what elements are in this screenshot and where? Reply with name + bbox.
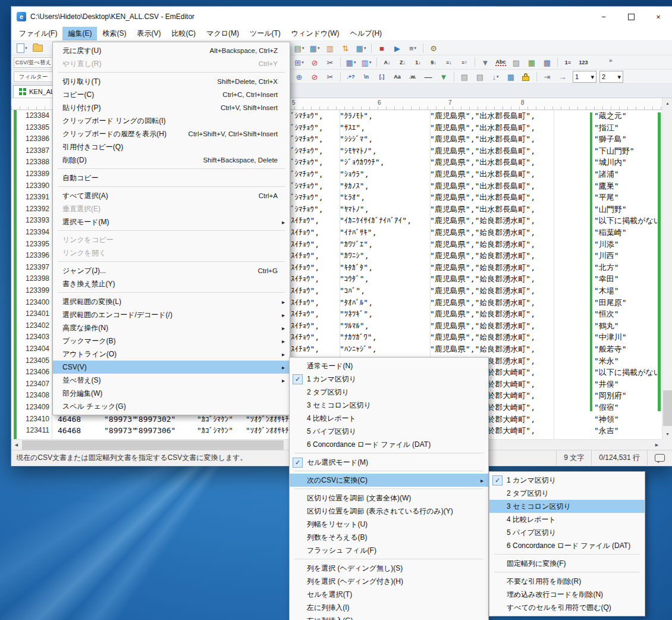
menubar-item-macros[interactable]: マクロ(M) [201,27,244,40]
menu-item-bookmarks[interactable]: ブックマーク(B)▸ [53,334,290,347]
menubar-item-search[interactable]: 検索(S) [97,27,131,40]
filter-off-button[interactable]: ⊘ [307,71,322,83]
filter-link-button[interactable]: → [555,71,570,83]
sync-scroll-button[interactable]: ⇅ [338,42,353,54]
menu-item-to-tab[interactable]: 2 タブ区切り [489,487,645,500]
compare-docs-button[interactable]: ▥ [323,42,337,54]
menu-item-cell-selection-mode[interactable]: ✓セル選択モード(M) [290,456,488,469]
menubar-item-view[interactable]: 表示(V) [131,27,166,40]
menu-item-adjust-separator-whole[interactable]: 区切り位置を調節 (文書全体)(W) [290,491,488,505]
sort-descending-button[interactable]: ≡↑ [457,57,472,68]
regex-lazy-button[interactable]: .+? [344,71,358,83]
column-number-display-button[interactable]: 123 [576,57,591,68]
delimiter-settings-button[interactable]: ✂ [323,57,337,68]
lock-button[interactable] [519,71,533,83]
menu-item-to-semicolon[interactable]: 3 セミコロン区切り [489,500,645,513]
sort-ascending-button[interactable]: ≡↓ [442,57,456,68]
freeze-panes-button[interactable]: ▦▾ [344,57,358,68]
menu-item-encode-decode[interactable]: 選択範囲のエンコード/デコード(/)▸ [53,308,290,321]
menu-item-jump[interactable]: ジャンプ(J)...Ctrl+G [53,264,290,277]
regex-bracket-button[interactable]: [.] [375,71,389,83]
table-green-button[interactable]: ▦ [525,57,539,68]
menu-item-concordance-load-file[interactable]: 6 Concordance ロード ファイル (DAT) [290,438,488,451]
menu-item-reset-column-width[interactable]: 列幅をリセット(U) [290,518,488,531]
match-case-button[interactable]: Aa [390,71,404,83]
show-whitespace-button[interactable]: ▨ [509,57,523,68]
toolbar-overflow-chevron-icon[interactable]: » [609,57,613,64]
go-down-button[interactable]: ↓▾ [488,71,503,83]
menu-item-clipboard-ring[interactable]: クリップボード リングの回転(I) [53,114,290,127]
menu-item-adjust-separator-visible[interactable]: 区切り位置を調節 (表示されている行のみ)(Y) [290,505,488,518]
menu-item-comma-separated[interactable]: ✓1 カンマ区切り [290,372,488,386]
sort-number-descending-button[interactable]: 9↓ [426,57,441,68]
vertical-scrollbar-thumb[interactable] [663,390,672,426]
status-balloon-segment[interactable] [647,450,672,465]
filter-doc-2-button[interactable]: ▤ [473,71,487,83]
minimize-button[interactable]: − [590,7,617,27]
menu-item-cut[interactable]: 切り取り(T)Shift+Delete, Ctrl+X [53,75,290,88]
menu-item-to-concordance[interactable]: 6 Concordance ロード ファイル (DAT) [489,539,645,552]
scroll-down-icon[interactable]: ▼ [662,429,672,439]
menu-item-copy-with-quotes[interactable]: 引用付きコピー(Q) [53,140,290,154]
csv-mode-button[interactable]: ▤▾ [292,42,306,54]
whole-word-button[interactable]: .w. [406,71,420,83]
filter-target-button[interactable]: ⊕ [292,71,306,83]
menu-item-delete[interactable]: 削除(D)Shift+Backspace, Delete [53,154,290,167]
menu-item-insert-column-right[interactable]: 右に列挿入(G) [290,614,488,620]
record-macro-button[interactable]: ■ [375,42,389,54]
filter-funnel-button[interactable]: ▼ [478,57,492,68]
menu-item-outline[interactable]: アウトライン(O)▸ [53,347,290,361]
close-button[interactable]: × [645,7,672,27]
menu-item-selection-mode[interactable]: 選択モード(M)▸ [53,215,290,228]
menu-item-csv[interactable]: CSV(V)▸ [53,361,290,374]
menu-item-spell-check[interactable]: スペル チェック(G) [53,400,290,413]
menu-item-flash-fill[interactable]: フラッシュ フィル(F) [290,544,488,557]
menubar-item-window[interactable]: ウィンドウ(W) [286,27,345,40]
menu-item-normal-mode[interactable]: 通常モード(N) [290,359,488,372]
open-file-button[interactable] [30,42,45,54]
markers-button[interactable]: ▦▾ [307,42,322,54]
filter-cut-button[interactable]: ✂ [323,71,337,83]
menu-item-select-column-no-heading[interactable]: 列を選択 (ヘディング無し)(S) [290,562,488,575]
scroll-up-icon[interactable]: ▲ [662,98,672,108]
macro-list-button[interactable]: ≡▾ [406,42,420,54]
menu-item-copy[interactable]: コピー(C)Ctrl+C, Ctrl+Insert [53,88,290,101]
menu-item-paste[interactable]: 貼り付け(P)Ctrl+V, Shift+Insert [53,101,290,114]
menu-item-select-column-heading[interactable]: 列を選択 (ヘディング付き)(H) [290,575,488,588]
menu-item-to-comma[interactable]: ✓1 カンマ区切り [489,474,645,487]
filter-doc-button[interactable]: ▤ [457,71,472,83]
menu-item-convert-selection[interactable]: 選択範囲の変換(L)▸ [53,295,290,308]
tools-wrench-button[interactable]: ⚙ [426,42,441,54]
menu-item-pipe-separated[interactable]: 5 パイプ区切り [290,425,488,438]
new-file-button[interactable]: ▾ [15,42,29,54]
vertical-scrollbar[interactable]: ▲ ▼ [662,98,672,439]
heading-rows-select[interactable]: 1▾ [573,71,596,83]
menu-item-tab-separated[interactable]: 2 タブ区切り [290,386,488,399]
menu-item-read-only[interactable]: 書き換え禁止(Y) [53,277,290,290]
no-heading-button[interactable]: ⊘ [307,57,322,68]
sort-text-ascending-button[interactable]: A↓ [380,57,394,68]
menu-item-to-fixed-width[interactable]: 固定幅列に変換(F) [489,557,645,570]
table-blue-button[interactable]: ▦ [540,57,554,68]
menu-item-insert-column-left[interactable]: 左に列挿入(I) [290,601,488,614]
menubar-item-file[interactable]: ファイル(F) [14,27,62,40]
grid-options-button[interactable]: ▦▾ [354,42,368,54]
menu-item-remove-embedded-newlines[interactable]: 埋め込み改行コードを削除(N) [489,588,645,601]
filter-table-button[interactable]: ▦ [504,71,518,83]
sort-text-descending-button[interactable]: Z↓ [395,57,410,68]
menu-item-partial-edit[interactable]: 部分編集(W) [53,387,290,400]
menubar-item-edit[interactable]: 編集(E) [62,27,97,40]
line-number-display-button[interactable]: 1≡ [561,57,575,68]
filter-apply-button[interactable]: ▼ [437,71,451,83]
scroll-right-icon[interactable]: ▶ [652,440,662,450]
menu-item-align-columns[interactable]: 列数をそろえる(B) [290,531,488,544]
menu-item-advanced[interactable]: 高度な操作(N)▸ [53,321,290,334]
menu-item-clipboard-history[interactable]: クリップボードの履歴を表示(H)Ctrl+Shift+V, Ctrl+Shift… [53,127,290,140]
maximize-button[interactable] [617,7,645,27]
advanced-filter-button[interactable]: ⇥ [540,71,554,83]
menu-item-to-pipe[interactable]: 5 パイプ区切り [489,526,645,539]
fit-columns-button[interactable]: ▥▾ [359,57,373,68]
menubar-item-tools[interactable]: ツール(T) [244,27,286,40]
minus-dash-button[interactable]: — [421,71,435,83]
menu-item-undo[interactable]: 元に戻す(U)Alt+Backspace, Ctrl+Z [53,44,290,57]
